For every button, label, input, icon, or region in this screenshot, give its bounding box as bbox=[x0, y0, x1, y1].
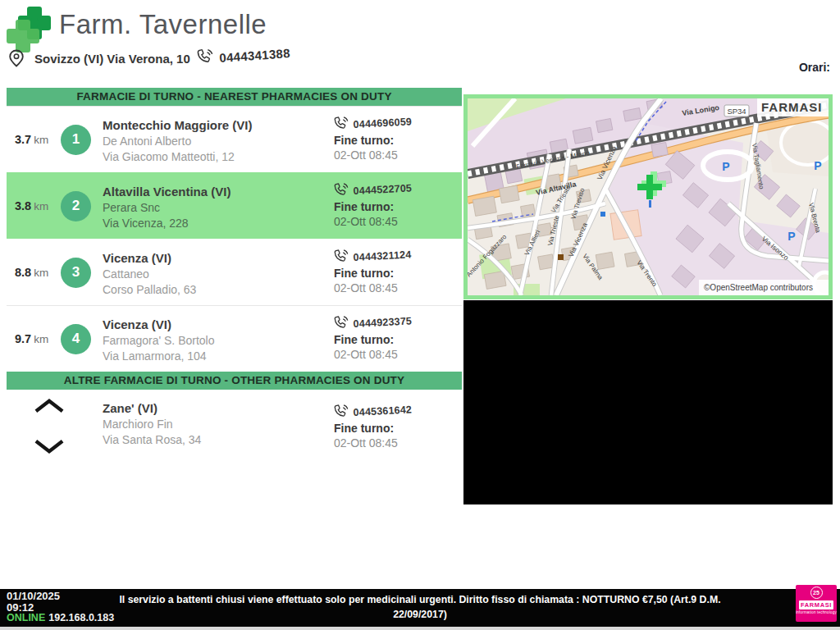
pharmacy-phone: 0444696059 bbox=[353, 116, 412, 130]
distance: 3.7km bbox=[7, 107, 54, 172]
shift-end-label: Fine turno: bbox=[334, 267, 462, 280]
svg-text:FARMASI: FARMASI bbox=[761, 100, 823, 114]
rank-badge: 1 bbox=[61, 125, 91, 155]
rank-badge: 4 bbox=[61, 324, 91, 354]
pharmacy-city: Vicenza (VI) bbox=[103, 250, 334, 267]
svg-text:©OpenStreetMap contributors: ©OpenStreetMap contributors bbox=[704, 283, 813, 292]
shift-end-time: 02-Ott 08:45 bbox=[334, 215, 462, 228]
phone-icon bbox=[334, 315, 349, 329]
chevron-up-icon bbox=[34, 399, 65, 413]
pharmacy-name: Cattaneo bbox=[103, 267, 334, 282]
opening-hours-label: Orari: bbox=[799, 61, 830, 74]
pharmacy-street: Via Santa Rosa, 34 bbox=[103, 432, 334, 448]
pharmacy-row[interactable]: 9.7km 4 Vicenza (VI) Farmagora' S. Borto… bbox=[7, 305, 462, 372]
pharmacy-name: Marchioro Fin bbox=[103, 417, 334, 432]
shift-end-label: Fine turno: bbox=[334, 134, 462, 147]
rank-badge: 2 bbox=[61, 191, 91, 221]
pharmacy-address: Sovizzo (VI) Via Verona, 10 bbox=[34, 52, 190, 66]
pharmacy-row[interactable]: 3.7km 1 Montecchio Maggiore (VI) De Anto… bbox=[7, 106, 462, 172]
shift-end-time: 02-Ott 08:45 bbox=[334, 348, 462, 361]
pharmacy-city: Montecchio Maggiore (VI) bbox=[103, 117, 334, 134]
nearest-pharmacies-header: FARMACIE DI TURNO - NEAREST PHARMACIES O… bbox=[7, 88, 462, 106]
road-ref-badge: SP34 bbox=[724, 105, 749, 116]
service-notice: Il servizio a battenti chiusi viene effe… bbox=[108, 592, 732, 622]
anniversary-badge: 25 bbox=[810, 587, 823, 599]
shift-end-label: Fine turno: bbox=[334, 200, 462, 213]
rank-badge: 3 bbox=[61, 258, 91, 288]
parking-icon: P bbox=[788, 230, 795, 243]
svg-text:SP34: SP34 bbox=[727, 107, 746, 116]
pharmacy-phone: 0444321124 bbox=[353, 249, 411, 263]
pharmacy-city: Zane' (VI) bbox=[103, 400, 334, 417]
shift-end-time: 02-Ott 08:45 bbox=[334, 436, 462, 450]
pharmacy-street: Corso Palladio, 63 bbox=[103, 282, 334, 298]
pharmacy-row[interactable]: 8.8km 3 Vicenza (VI) Cattaneo Corso Pall… bbox=[7, 239, 462, 305]
pharmacy-phone: 0444522705 bbox=[353, 182, 412, 197]
bottom-bezel bbox=[0, 627, 840, 630]
phone-icon bbox=[334, 404, 349, 418]
pharmacies-panel: FARMACIE DI TURNO - NEAREST PHARMACIES O… bbox=[7, 88, 462, 463]
pharmacy-cross-logo bbox=[7, 4, 56, 53]
scroll-down-button[interactable] bbox=[34, 439, 65, 454]
other-pharmacies-header: ALTRE FARMACIE DI TURNO - OTHER PHARMACI… bbox=[7, 372, 462, 390]
pharmacy-name: Farmagora' S. Bortolo bbox=[103, 333, 334, 349]
shift-end-label: Fine turno: bbox=[334, 333, 462, 346]
pharmacy-row-selected[interactable]: 3.8km 2 Altavilla Vicentina (VI) Perara … bbox=[7, 172, 462, 239]
bus-stop-icon bbox=[600, 212, 605, 217]
pharmacy-phone: 0444923375 bbox=[353, 315, 412, 330]
distance: 3.8km bbox=[7, 173, 54, 239]
footer-date: 01/10/2025 bbox=[7, 591, 114, 602]
ip-address: 192.168.0.183 bbox=[48, 612, 114, 623]
location-pin-icon bbox=[8, 49, 25, 67]
shift-end-time: 02-Ott 08:45 bbox=[334, 281, 462, 294]
pharmacy-street: Via Lamarmora, 104 bbox=[103, 349, 334, 364]
parking-icon: P bbox=[814, 159, 821, 172]
pharmacy-phone: 0445361642 bbox=[353, 404, 412, 418]
shift-end-time: 02-Ott 08:45 bbox=[334, 148, 462, 162]
pharmacy-city: Altavilla Vicentina (VI) bbox=[103, 184, 334, 200]
pharmacy-name: De Antoni Alberto bbox=[103, 134, 334, 149]
openstreetmap-view: P P P SP34 Ferrovia Venezia - Milano Via… bbox=[468, 98, 829, 295]
shift-end-label: Fine turno: bbox=[334, 422, 462, 435]
phone-icon bbox=[334, 116, 349, 130]
pharmacy-street: Via Vicenza, 228 bbox=[103, 216, 334, 231]
pharmacy-duty-screen: Farm. Tavernelle Sovizzo (VI) Via Verona… bbox=[0, 0, 840, 630]
footer-time: 09:12 bbox=[7, 602, 114, 614]
osm-attribution: ©OpenStreetMap contributors bbox=[699, 280, 829, 295]
farmasi-logo: 25 FARMASI information technology bbox=[796, 585, 837, 622]
media-panel bbox=[463, 300, 833, 504]
parking-icon: P bbox=[722, 160, 729, 173]
map-panel: P P P SP34 Ferrovia Venezia - Milano Via… bbox=[463, 94, 833, 299]
page-title: Farm. Tavernelle bbox=[59, 9, 267, 40]
chevron-down-icon bbox=[34, 439, 65, 454]
pharmacy-city: Vicenza (VI) bbox=[103, 317, 334, 333]
scroll-up-button[interactable] bbox=[34, 399, 65, 413]
pharmacy-phone: 0444341388 bbox=[219, 46, 290, 65]
pharmacy-street: Via Giacomo Matteotti, 12 bbox=[103, 149, 334, 165]
pharmacy-name: Perara Snc bbox=[103, 200, 334, 216]
distance: 8.8km bbox=[7, 240, 54, 305]
farmasi-tagline: information technology bbox=[796, 610, 837, 614]
farmasi-watermark: FARMASI bbox=[757, 98, 829, 116]
status-footer: 01/10/2025 09:12 ONLINE192.168.0.183 Il … bbox=[0, 589, 840, 627]
phone-icon bbox=[334, 182, 349, 196]
phone-icon bbox=[197, 48, 213, 63]
distance: 9.7km bbox=[7, 306, 54, 372]
online-status-badge: ONLINE bbox=[7, 612, 45, 623]
other-pharmacy-row[interactable]: Zane' (VI) Marchioro Fin Via Santa Rosa,… bbox=[7, 390, 462, 463]
poi-icon bbox=[558, 254, 564, 260]
farmasi-brand: FARMASI bbox=[799, 600, 833, 609]
phone-icon bbox=[334, 249, 349, 262]
